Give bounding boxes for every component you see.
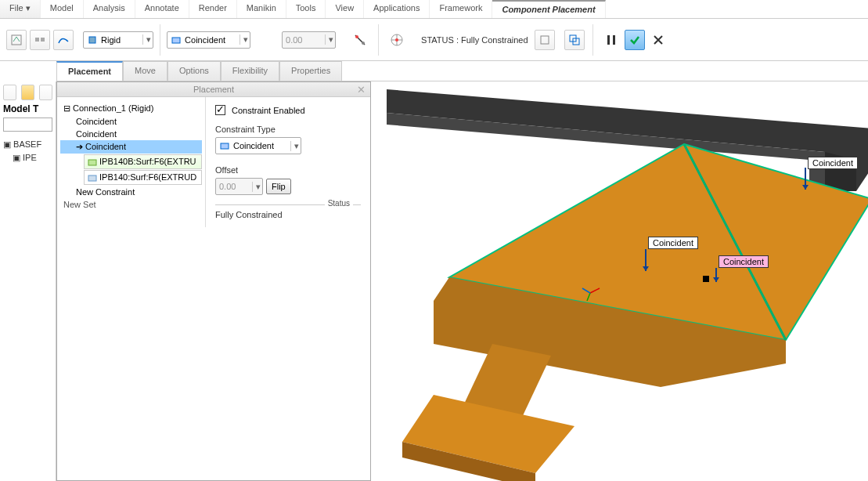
chevron-down-icon: ▾ xyxy=(240,34,248,45)
constraint-item-selected[interactable]: ➔ Coincident xyxy=(60,140,202,154)
separate-window-button[interactable] xyxy=(564,30,585,50)
new-set[interactable]: New Set xyxy=(60,198,202,211)
close-icon[interactable]: ✕ xyxy=(357,84,366,96)
reference-item[interactable]: IPB140B:Surf:F6(EXTRU xyxy=(84,154,202,169)
checkbox-icon xyxy=(215,105,225,115)
chevron-down-icon: ▾ xyxy=(290,141,299,151)
cancel-button[interactable] xyxy=(648,30,668,50)
constraint-type-dropdown[interactable]: Coincident ▾ xyxy=(167,31,250,49)
menu-file[interactable]: File ▾ xyxy=(0,0,41,18)
tab-properties[interactable]: Properties xyxy=(279,61,342,81)
offset-input[interactable]: 0.00 ▾ xyxy=(215,178,263,195)
pause-button[interactable] xyxy=(601,30,621,50)
svg-rect-12 xyxy=(607,35,610,45)
offset-value-input[interactable]: 0.00 ▾ xyxy=(282,31,336,49)
chevron-down-icon: ▾ xyxy=(325,34,333,45)
callout-coincident: Coincident xyxy=(648,237,698,249)
svg-rect-9 xyxy=(541,36,549,44)
status-label: STATUS : Fully Constrained xyxy=(421,35,528,45)
menu-view[interactable]: View xyxy=(326,0,364,18)
svg-rect-1 xyxy=(35,38,39,42)
tree-search-input[interactable] xyxy=(3,118,52,132)
svg-rect-4 xyxy=(172,38,180,43)
svg-point-8 xyxy=(395,38,398,42)
constraint-tree: ⊟ Connection_1 (Rigid) Coincident Coinci… xyxy=(57,97,206,227)
svg-rect-2 xyxy=(41,38,45,42)
tab-move[interactable]: Move xyxy=(123,61,167,81)
menu-analysis[interactable]: Analysis xyxy=(84,0,135,18)
drag-button[interactable] xyxy=(387,30,407,50)
placement-panel: Placement ✕ ⊟ Connection_1 (Rigid) Coinc… xyxy=(56,81,371,481)
coincident-label: Coincident xyxy=(185,35,225,45)
layers-icon[interactable] xyxy=(39,85,52,100)
tree-node-basef[interactable]: ▣ BASEF xyxy=(3,138,52,151)
menu-manikin[interactable]: Manikin xyxy=(237,0,286,18)
menu-model[interactable]: Model xyxy=(41,0,84,18)
svg-rect-13 xyxy=(613,35,615,45)
flip-button[interactable]: Flip xyxy=(266,179,291,194)
constraint-type-label: Constraint Type xyxy=(215,125,361,134)
status-divider: Status xyxy=(215,204,361,205)
ribbon-toolbar: Rigid ▾ Coincident ▾ 0.00 ▾ STATUS : Ful… xyxy=(0,19,868,61)
status-info-button[interactable] xyxy=(535,30,555,50)
tree-node-ipe[interactable]: ▣ IPE xyxy=(3,151,52,165)
reference-item[interactable]: IPB140:Surf:F6(EXTRUD xyxy=(84,170,202,185)
interface-button[interactable] xyxy=(30,30,50,50)
constraint-type-select[interactable]: Coincident ▾ xyxy=(215,137,301,154)
3d-viewport[interactable]: Coincident Coincident Coincident xyxy=(371,81,868,481)
coincident-icon xyxy=(171,34,182,45)
rigid-icon xyxy=(87,34,98,45)
menu-annotate[interactable]: Annotate xyxy=(135,0,189,18)
chevron-down-icon: ▾ xyxy=(252,182,261,192)
model-tree-panel: Model T ▣ BASEF ▣ IPE xyxy=(0,81,56,481)
svg-rect-15 xyxy=(88,175,96,181)
menu-applications[interactable]: Applications xyxy=(364,0,430,18)
tab-placement[interactable]: Placement xyxy=(56,61,123,81)
manual-button[interactable] xyxy=(53,30,74,50)
callout-coincident: Coincident xyxy=(808,157,858,169)
main-menubar: File ▾ Model Analysis Annotate Render Ma… xyxy=(0,0,868,19)
tab-flexibility[interactable]: Flexibility xyxy=(221,61,279,81)
svg-rect-14 xyxy=(88,160,96,165)
svg-point-6 xyxy=(362,42,365,45)
user-defined-button[interactable] xyxy=(6,30,27,50)
rigid-dropdown[interactable]: Rigid ▾ xyxy=(83,31,153,49)
offset-label: Offset xyxy=(215,165,361,175)
svg-point-5 xyxy=(355,35,358,38)
connection-node[interactable]: ⊟ Connection_1 (Rigid) xyxy=(60,102,202,115)
menu-framework[interactable]: Framework xyxy=(430,0,492,18)
tree-view-icon[interactable] xyxy=(3,85,16,100)
chevron-down-icon: ▾ xyxy=(142,34,151,45)
constraint-item[interactable]: Coincident xyxy=(60,115,202,128)
callout-coincident-active: Coincident xyxy=(719,255,769,268)
apply-button[interactable] xyxy=(625,30,645,50)
tab-options[interactable]: Options xyxy=(167,61,221,81)
menu-tools[interactable]: Tools xyxy=(286,0,326,18)
placement-subtabs: Placement Move Options Flexibility Prope… xyxy=(56,61,868,81)
panel-title: Placement ✕ xyxy=(57,82,370,97)
folder-icon[interactable] xyxy=(21,85,34,100)
svg-rect-3 xyxy=(89,37,95,43)
model-tree-title: Model T xyxy=(3,103,52,114)
menu-component-placement[interactable]: Component Placement xyxy=(492,0,605,18)
menu-render[interactable]: Render xyxy=(189,0,237,18)
offset-value: 0.00 xyxy=(286,35,320,45)
coincident-icon xyxy=(219,140,230,151)
constraint-item[interactable]: Coincident xyxy=(60,128,202,140)
rigid-label: Rigid xyxy=(101,35,121,45)
svg-rect-16 xyxy=(221,143,229,149)
new-constraint[interactable]: New Constraint xyxy=(60,186,202,198)
svg-rect-26 xyxy=(703,276,709,282)
constraint-enabled-checkbox[interactable]: Constraint Enabled xyxy=(215,105,361,115)
flip-orientation-button[interactable] xyxy=(350,30,370,50)
